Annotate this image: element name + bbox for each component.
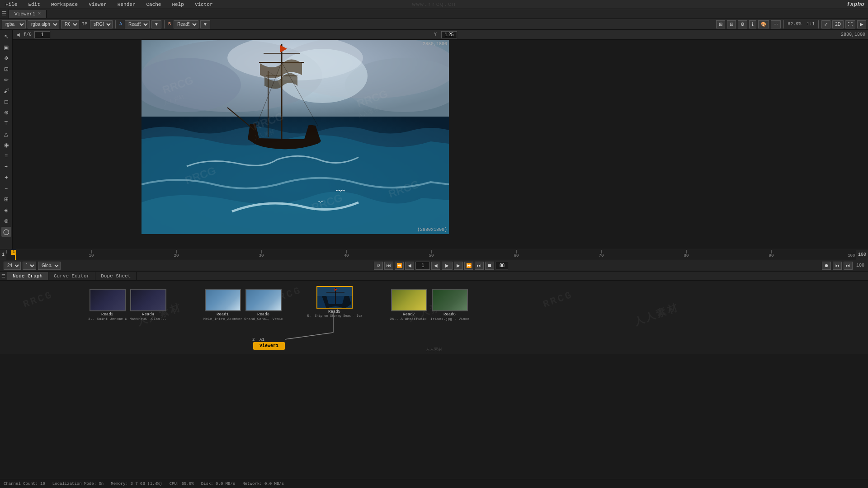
tool-text[interactable]: T bbox=[1, 118, 11, 128]
menu-item-viewer[interactable]: Viewer bbox=[87, 1, 108, 8]
tool-active[interactable]: ◯ bbox=[1, 227, 11, 237]
menu-item-cache[interactable]: Cache bbox=[144, 1, 163, 8]
tool-shape[interactable]: △ bbox=[1, 129, 11, 139]
tick-label-20: 20 bbox=[174, 253, 179, 258]
y-input[interactable] bbox=[441, 31, 457, 38]
viewer-node[interactable]: 2 A1 Viewer1 bbox=[253, 342, 285, 350]
stop-btn[interactable]: ⏹ bbox=[485, 262, 494, 270]
tool-grid[interactable]: ⊞ bbox=[1, 194, 11, 204]
play-btn[interactable]: ▶ bbox=[442, 262, 453, 270]
next-keyframe-btn[interactable]: ⏩ bbox=[464, 262, 473, 270]
menu-item-help[interactable]: Help bbox=[170, 1, 185, 8]
viewer-area[interactable]: ◀ f/8 Y 2880,1800 bbox=[13, 30, 868, 249]
tool-warp[interactable]: ⊗ bbox=[1, 216, 11, 226]
settings-btn[interactable]: ⚙ bbox=[738, 20, 747, 28]
node-read7[interactable]: Read7 9A.- A Wheatfield With Cypress... bbox=[390, 289, 428, 321]
tick-90 bbox=[771, 250, 772, 253]
read-a-select[interactable]: Read5 bbox=[125, 20, 150, 28]
prev-frame-btn[interactable]: ◀ bbox=[405, 262, 414, 270]
fit-btn[interactable]: ⤢ bbox=[821, 20, 830, 28]
image-canvas: RRCG 人人素材 RRCG 人人素材 RRCG 人人素材 RRCG RRCG … bbox=[142, 40, 449, 234]
tool-pencil[interactable]: ✏ bbox=[1, 75, 11, 85]
node-read3[interactable]: Read3 Grand_Canal, Venice... bbox=[244, 289, 283, 321]
menu-item-workspace[interactable]: Workspace bbox=[49, 1, 80, 8]
more-btn[interactable]: ⋯ bbox=[771, 20, 781, 28]
tab-curve-editor[interactable]: Curve Editor bbox=[48, 272, 95, 280]
next-frame-btn[interactable]: ▶ bbox=[454, 262, 463, 270]
tool-clone[interactable]: ⊕ bbox=[1, 108, 11, 117]
tool-mask[interactable]: ◈ bbox=[1, 205, 11, 215]
top-coord: 2880,1800 bbox=[841, 32, 865, 37]
tab-node-graph[interactable]: Node Graph bbox=[7, 272, 48, 280]
node-read2-sublabel: 3.- Saint Jerome WThing Caravaggi... bbox=[88, 317, 127, 321]
colorspace-model-select[interactable]: RGB bbox=[61, 20, 79, 28]
viewer-tab-close[interactable]: × bbox=[38, 11, 41, 16]
nav-back-btn[interactable]: ◀ bbox=[15, 32, 21, 37]
tab-dope-sheet[interactable]: Dope Sheet bbox=[95, 272, 137, 280]
tool-move[interactable]: ✥ bbox=[1, 53, 11, 63]
play-reverse-btn[interactable]: ◀ bbox=[431, 262, 440, 270]
tick-0 bbox=[6, 250, 7, 253]
colorspace-select[interactable]: sRGB bbox=[90, 20, 113, 28]
menu-item-victor[interactable]: Victor bbox=[193, 1, 215, 8]
tool-layers[interactable]: ≡ bbox=[1, 151, 11, 161]
tool-select[interactable]: ▣ bbox=[1, 42, 11, 52]
tool-crop[interactable]: ⊡ bbox=[1, 64, 11, 74]
tool-eraser[interactable]: ◻ bbox=[1, 97, 11, 107]
current-frame-input[interactable] bbox=[415, 262, 430, 270]
b-options-btn[interactable]: ▼ bbox=[200, 20, 210, 28]
node-read5[interactable]: Read5 5.- Ship on Stormy Seas - Ivan Aiv… bbox=[315, 286, 354, 318]
channel-select[interactable]: rgba rgb alpha bbox=[2, 20, 26, 28]
node-read4-thumb bbox=[130, 289, 166, 311]
timeline[interactable]: 1 10 20 30 40 50 60 70 80 90 100 1 100 bbox=[0, 249, 868, 260]
viewer-tab[interactable]: Viewer1 × bbox=[9, 10, 47, 18]
split-icon-btn[interactable]: ⊟ bbox=[727, 20, 736, 28]
fps-select[interactable]: 24* bbox=[4, 262, 21, 270]
tool-arrow[interactable]: ↖ bbox=[1, 32, 11, 42]
node-canvas[interactable]: RRCG 人人素材 RRCG 人人素材 RRCG 人人素材 Read2 3.- … bbox=[0, 281, 868, 354]
loop-btn[interactable]: ↺ bbox=[374, 262, 383, 270]
color-btn[interactable]: 🎨 bbox=[758, 20, 769, 28]
last-frame-btn[interactable]: ⏭ bbox=[475, 262, 484, 270]
a-options-btn[interactable]: ▼ bbox=[151, 20, 161, 28]
top-right-coord: 2880,1800 bbox=[423, 42, 447, 47]
global-select[interactable]: Global bbox=[38, 262, 61, 270]
frame-input[interactable] bbox=[34, 31, 50, 38]
info-btn[interactable]: ℹ bbox=[749, 20, 756, 28]
tool-eye[interactable]: ◉ bbox=[1, 140, 11, 150]
render-left-btn[interactable]: ⏮ bbox=[833, 262, 842, 270]
playhead[interactable]: 1 bbox=[15, 250, 16, 260]
prev-keyframe-btn[interactable]: ⏪ bbox=[395, 262, 404, 270]
node-read1[interactable]: Read1 Mele_Intro_Aconteri... bbox=[203, 289, 242, 321]
arrow-btn[interactable]: ▶ bbox=[857, 20, 866, 28]
node-read2-thumb bbox=[90, 289, 126, 311]
timeline-ruler[interactable]: 10 20 30 40 50 60 70 80 90 100 1 bbox=[6, 250, 856, 260]
first-frame-btn[interactable]: ⏮ bbox=[384, 262, 393, 270]
app-logo: fxpho bbox=[847, 1, 864, 8]
tool-star[interactable]: ✦ bbox=[1, 173, 11, 183]
render-right-btn[interactable]: ⏭ bbox=[844, 262, 853, 270]
rec-btn[interactable]: ⏺ bbox=[822, 262, 831, 270]
node-read4[interactable]: Read4 Matthew5.-Clan... bbox=[129, 289, 167, 321]
panel-menu-icon[interactable]: ☰ bbox=[2, 10, 7, 17]
viewer-node-label[interactable]: Viewer1 bbox=[253, 342, 285, 350]
a-label: A bbox=[118, 22, 123, 27]
node-read6[interactable]: Read6 Irises.jpg - Vincent Van Gogh... bbox=[430, 289, 469, 321]
tool-minus[interactable]: − bbox=[1, 183, 11, 193]
tool-brush[interactable]: 🖌 bbox=[1, 86, 11, 96]
menu-item-file[interactable]: File bbox=[4, 1, 19, 8]
grid-icon-btn[interactable]: ⊞ bbox=[716, 20, 725, 28]
toolbar-row: rgba rgb alpha rgba.alpha RGB IP sRGB A … bbox=[0, 19, 868, 30]
node-read2[interactable]: Read2 3.- Saint Jerome WThing Caravaggi.… bbox=[88, 289, 127, 321]
node-read3-label: Read3 bbox=[257, 312, 269, 317]
view2d-btn[interactable]: 2D bbox=[832, 20, 844, 28]
node-panel-menu-icon[interactable]: ☰ bbox=[1, 273, 5, 279]
fps-display bbox=[495, 262, 508, 270]
menu-item-render[interactable]: Render bbox=[116, 1, 137, 8]
expand-btn[interactable]: ⛶ bbox=[845, 20, 855, 28]
tool-plus[interactable]: + bbox=[1, 162, 11, 172]
read-b-select[interactable]: Read5 bbox=[174, 20, 198, 28]
alpha-select[interactable]: rgba.alpha bbox=[28, 20, 59, 28]
menu-item-edit[interactable]: Edit bbox=[26, 1, 42, 8]
tf-select[interactable]: TF bbox=[23, 262, 36, 270]
